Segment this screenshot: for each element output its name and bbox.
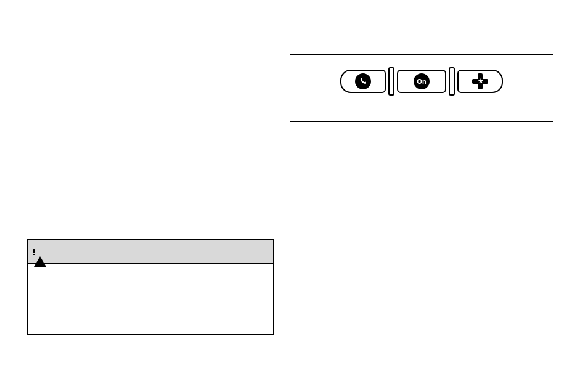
emergency-icon: ★ — [472, 73, 488, 89]
emergency-button[interactable]: ★ — [457, 70, 503, 93]
page: On ★ — [0, 0, 588, 392]
phone-button[interactable] — [340, 70, 386, 93]
phone-glyph — [359, 78, 367, 85]
onstar-button[interactable]: On — [397, 70, 446, 93]
caution-body — [28, 264, 273, 334]
button-row: On ★ — [290, 67, 553, 96]
warning-icon — [34, 246, 46, 257]
onstar-icon: On — [414, 73, 430, 89]
spacer-bar-right — [449, 67, 455, 96]
caution-header — [28, 240, 273, 264]
onstar-label-text: On — [417, 78, 426, 85]
caution-box — [27, 239, 274, 335]
phone-icon — [355, 73, 371, 89]
spacer-bar-left — [388, 67, 394, 96]
button-panel-figure: On ★ — [290, 54, 553, 122]
footer-rule — [55, 364, 557, 364]
